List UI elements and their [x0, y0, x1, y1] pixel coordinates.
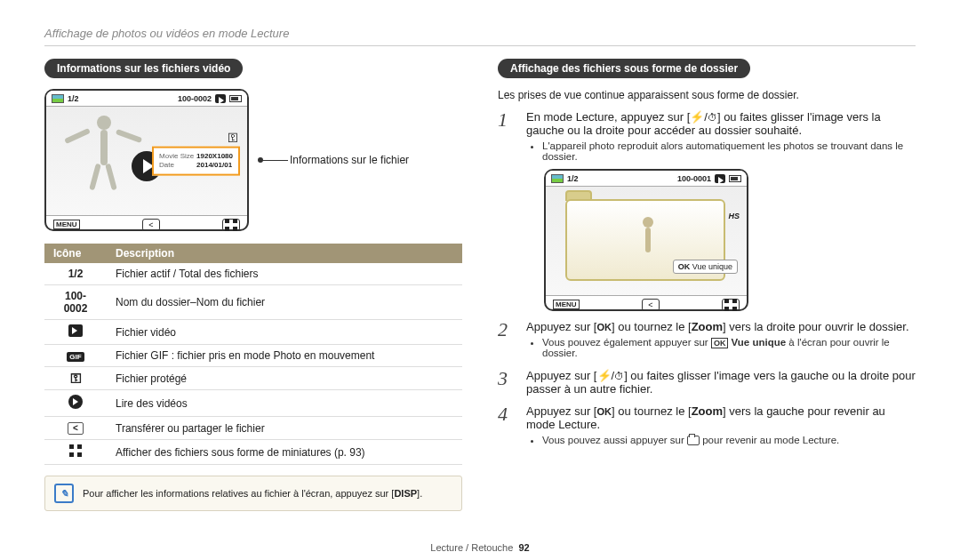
desc-cell: Fichier actif / Total des fichiers [107, 263, 462, 285]
table-row: GIFFichier GIF : fichier pris en mode Ph… [44, 345, 462, 367]
section-heading-left: Informations sur les fichiers vidéo [44, 59, 243, 78]
video-icon [215, 94, 226, 103]
table-row: Afficher des fichiers sous forme de mini… [44, 440, 462, 465]
section-heading-right: Affichage des fichiers sous forme de dos… [498, 59, 750, 78]
screen-body: HS OK Vue unique [546, 187, 747, 295]
timer-icon [614, 369, 624, 382]
desc-cell: Nom du dossier–Nom du fichier [107, 285, 462, 320]
page-footer: Lecture / Retouche 92 [0, 542, 960, 553]
note-text: Pour afficher les informations relatives… [83, 488, 422, 499]
battery-icon [229, 95, 242, 102]
gif-icon: GIF [67, 352, 84, 362]
step-4-note: Vous pouvez aussi appuyer sur pour reven… [542, 435, 916, 445]
table-row: ⚿Fichier protégé [44, 367, 462, 390]
screen-statusbar: 1/2 100-0002 [46, 91, 247, 107]
screenshot-row: 1/2 100-0002 ⚿ [44, 89, 462, 231]
desc-cell: Afficher des fichiers sous forme de mini… [107, 440, 462, 465]
desc-cell: Fichier vidéo [107, 320, 462, 345]
icon-cell: 1/2 [44, 263, 107, 285]
grid-icon [69, 444, 82, 457]
grid-button-icon [222, 219, 240, 231]
icon-cell: < [44, 417, 107, 440]
left-column: Informations sur les fichiers vidéo 1/2 … [44, 59, 462, 511]
file-info-box: Movie Size1920X1080 Date2014/01/01 [152, 147, 240, 176]
ok-badge: OK [711, 338, 729, 348]
icon-table: Icône Description 1/2Fichier actif / Tot… [44, 244, 462, 465]
thumb-icon [52, 94, 64, 103]
screen-bottombar: MENU < [546, 295, 747, 313]
table-row: 100-0002Nom du dossier–Nom du fichier [44, 285, 462, 320]
camera-screen-video: 1/2 100-0002 ⚿ [44, 89, 249, 231]
th-desc: Description [107, 244, 462, 263]
lock-icon: ⚿ [228, 132, 238, 144]
th-icon: Icône [44, 244, 107, 263]
counter-label: 1/2 [68, 94, 79, 103]
step-3: Appuyez sur [⚡/] ou faites glisser l'ima… [498, 369, 916, 396]
video-icon [68, 324, 83, 337]
ok-view-unique-pill: OK Vue unique [673, 260, 738, 274]
movie-size-label: Movie Size [159, 152, 196, 161]
icon-cell: GIF [44, 345, 107, 367]
footer-section: Lecture / Retouche [430, 542, 513, 553]
lock-icon: ⚿ [44, 367, 107, 390]
timer-icon [708, 110, 717, 124]
callout: Informations sur le fichier [261, 154, 409, 166]
desc-cell: Fichier GIF : fichier pris en mode Photo… [107, 345, 462, 367]
share-icon: < [68, 422, 84, 435]
step-2-note: Vous pouvez également appuyer sur OK Vue… [542, 337, 916, 358]
steps-list: En mode Lecture, appuyez sur [⚡/] ou fai… [498, 110, 916, 447]
flash-icon: ⚡ [690, 110, 704, 124]
disp-badge: DISP [394, 488, 417, 499]
icon-cell [44, 320, 107, 345]
video-icon [715, 174, 725, 183]
movie-size-value: 1920X1080 [196, 152, 233, 160]
step-4: Appuyez sur [OK] ou tournez le [Zoom] ve… [498, 404, 916, 447]
desc-cell: Lire des vidéos [107, 390, 462, 417]
folder-name-label: 100-0001 [677, 174, 711, 183]
folder-icon [687, 436, 700, 445]
note-icon: ✎ [54, 484, 74, 503]
table-row: <Transférer ou partager le fichier [44, 417, 462, 440]
callout-text: Informations sur le fichier [290, 154, 409, 166]
page-number: 92 [518, 542, 529, 553]
table-row: 1/2Fichier actif / Total des fichiers [44, 263, 462, 285]
date-value: 2014/01/01 [196, 161, 232, 169]
intro-text: Les prises de vue continue apparaissent … [498, 89, 916, 101]
menu-label: MENU [553, 300, 580, 309]
icon-cell [44, 440, 107, 465]
step-1: En mode Lecture, appuyez sur [⚡/] ou fai… [498, 110, 916, 311]
desc-cell: Fichier protégé [107, 367, 462, 390]
step-1-note: L'appareil photo reproduit alors automat… [542, 140, 916, 162]
share-button-icon: < [642, 299, 660, 311]
flash-icon: ⚡ [597, 369, 612, 382]
menu-label: MENU [53, 220, 80, 229]
page-header: Affichage de photos ou vidéos en mode Le… [44, 27, 916, 40]
camera-screen-folder: 1/2 100-0001 HS [544, 169, 748, 311]
table-row: Fichier vidéo [44, 320, 462, 345]
step-2: Appuyez sur [OK] ou tournez le [Zoom] ve… [498, 320, 916, 360]
ok-icon: OK [597, 406, 612, 417]
screen-body: ⚿ Movie Size1920X1080 Date2014/01/01 [46, 107, 247, 215]
folder-name-label: 100-0002 [178, 94, 212, 103]
columns: Informations sur les fichiers vidéo 1/2 … [44, 59, 916, 511]
date-label: Date [159, 161, 196, 170]
counter-label: 1/2 [567, 174, 579, 183]
hs-badge: HS [728, 212, 740, 220]
share-button-icon: < [142, 219, 160, 231]
table-row: Lire des vidéos [44, 390, 462, 417]
screen-statusbar: 1/2 100-0001 [546, 171, 747, 187]
battery-icon [729, 175, 741, 182]
ok-icon: OK [597, 322, 612, 332]
icon-cell [44, 390, 107, 417]
play-icon [68, 395, 83, 409]
icon-cell: 100-0002 [44, 285, 107, 320]
right-column: Affichage des fichiers sous forme de dos… [498, 59, 916, 511]
divider [44, 45, 916, 46]
desc-cell: Transférer ou partager le fichier [107, 417, 462, 440]
note-box: ✎ Pour afficher les informations relativ… [44, 476, 462, 511]
thumb-icon [551, 174, 564, 183]
person-figure [73, 116, 135, 196]
grid-button-icon [722, 299, 740, 311]
person-figure [630, 217, 666, 270]
screen-bottombar: MENU < [46, 215, 247, 233]
